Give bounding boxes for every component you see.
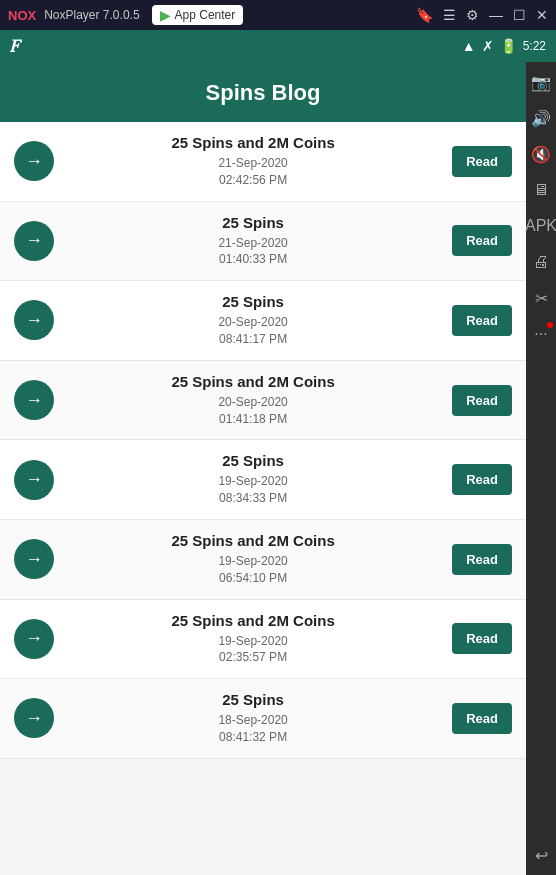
arrow-circle-button[interactable]: → <box>14 698 54 738</box>
blog-list-item: → 25 Spins and 2M Coins 20-Sep-202001:41… <box>0 361 526 441</box>
blog-list: → 25 Spins and 2M Coins 21-Sep-202002:42… <box>0 122 526 759</box>
blog-list-item: → 25 Spins 20-Sep-202008:41:17 PM Read <box>0 281 526 361</box>
more-options-icon[interactable]: ··· <box>529 322 553 346</box>
time-display: 5:22 <box>523 39 546 53</box>
read-button[interactable]: Read <box>452 305 512 336</box>
blog-item-date: 20-Sep-202008:41:17 PM <box>68 314 438 348</box>
read-button[interactable]: Read <box>452 703 512 734</box>
arrow-right-icon: → <box>25 310 43 331</box>
status-bar-right: ▲ ✗ 🔋 5:22 <box>462 38 546 54</box>
read-button[interactable]: Read <box>452 623 512 654</box>
nox-logo: NOX <box>8 8 36 23</box>
blog-item-info: 25 Spins and 2M Coins 21-Sep-202002:42:5… <box>68 134 438 189</box>
blog-item-info: 25 Spins and 2M Coins 19-Sep-202006:54:1… <box>68 532 438 587</box>
blog-list-item: → 25 Spins and 2M Coins 19-Sep-202006:54… <box>0 520 526 600</box>
sim-icon: ✗ <box>482 38 494 54</box>
blog-list-item: → 25 Spins and 2M Coins 19-Sep-202002:35… <box>0 600 526 680</box>
blog-item-date: 19-Sep-202002:35:57 PM <box>68 633 438 667</box>
settings-icon[interactable]: ⚙ <box>466 7 479 23</box>
maximize-button[interactable]: ☐ <box>513 7 526 23</box>
arrow-right-icon: → <box>25 151 43 172</box>
arrow-circle-button[interactable]: → <box>14 460 54 500</box>
arrow-right-icon: → <box>25 230 43 251</box>
blog-title: Spins Blog <box>206 80 321 105</box>
blog-item-title: 25 Spins <box>68 452 438 469</box>
arrow-circle-button[interactable]: → <box>14 300 54 340</box>
blog-item-info: 25 Spins and 2M Coins 20-Sep-202001:41:1… <box>68 373 438 428</box>
battery-icon: 🔋 <box>500 38 517 54</box>
app-center-label: App Center <box>175 8 236 22</box>
arrow-right-icon: → <box>25 708 43 729</box>
arrow-right-icon: → <box>25 469 43 490</box>
blog-item-title: 25 Spins and 2M Coins <box>68 532 438 549</box>
main-content: Spins Blog → 25 Spins and 2M Coins 21-Se… <box>0 62 526 875</box>
arrow-right-icon: → <box>25 628 43 649</box>
minimize-button[interactable]: — <box>489 7 503 23</box>
blog-item-date: 19-Sep-202008:34:33 PM <box>68 473 438 507</box>
read-button[interactable]: Read <box>452 385 512 416</box>
brand-logo-icon: 𝐹 <box>10 36 21 57</box>
display-icon[interactable]: 🖥 <box>529 178 553 202</box>
blog-item-info: 25 Spins 18-Sep-202008:41:32 PM <box>68 691 438 746</box>
blog-item-title: 25 Spins and 2M Coins <box>68 612 438 629</box>
blog-list-item: → 25 Spins 21-Sep-202001:40:33 PM Read <box>0 202 526 282</box>
blog-item-title: 25 Spins <box>68 293 438 310</box>
blog-item-title: 25 Spins <box>68 214 438 231</box>
blog-item-title: 25 Spins and 2M Coins <box>68 134 438 151</box>
arrow-circle-button[interactable]: → <box>14 221 54 261</box>
blog-item-info: 25 Spins 20-Sep-202008:41:17 PM <box>68 293 438 348</box>
back-icon[interactable]: ↩ <box>529 843 553 867</box>
scissors-icon[interactable]: ✂ <box>529 286 553 310</box>
screenshot-icon[interactable]: 📷 <box>529 70 553 94</box>
bookmark-icon[interactable]: 🔖 <box>416 7 433 23</box>
close-button[interactable]: ✕ <box>536 7 548 23</box>
read-button[interactable]: Read <box>452 225 512 256</box>
arrow-circle-button[interactable]: → <box>14 539 54 579</box>
app-center-button[interactable]: ▶ App Center <box>152 5 244 25</box>
blog-list-item: → 25 Spins and 2M Coins 21-Sep-202002:42… <box>0 122 526 202</box>
hamburger-icon[interactable]: ☰ <box>443 7 456 23</box>
print-icon[interactable]: 🖨 <box>529 250 553 274</box>
title-bar: NOX NoxPlayer 7.0.0.5 ▶ App Center 🔖 ☰ ⚙… <box>0 0 556 30</box>
blog-header: Spins Blog <box>0 62 526 122</box>
blog-item-info: 25 Spins 19-Sep-202008:34:33 PM <box>68 452 438 507</box>
read-button[interactable]: Read <box>452 146 512 177</box>
status-bar: 𝐹 ▲ ✗ 🔋 5:22 <box>0 30 556 62</box>
blog-item-info: 25 Spins 21-Sep-202001:40:33 PM <box>68 214 438 269</box>
sidebar-bottom: ↩ <box>529 843 553 867</box>
wifi-icon: ▲ <box>462 38 476 54</box>
arrow-circle-button[interactable]: → <box>14 619 54 659</box>
blog-item-info: 25 Spins and 2M Coins 19-Sep-202002:35:5… <box>68 612 438 667</box>
blog-item-title: 25 Spins <box>68 691 438 708</box>
blog-item-date: 21-Sep-202001:40:33 PM <box>68 235 438 269</box>
play-store-icon: ▶ <box>160 7 171 23</box>
blog-list-item: → 25 Spins 18-Sep-202008:41:32 PM Read <box>0 679 526 759</box>
blog-item-date: 21-Sep-202002:42:56 PM <box>68 155 438 189</box>
blog-item-date: 18-Sep-202008:41:32 PM <box>68 712 438 746</box>
blog-list-item: → 25 Spins 19-Sep-202008:34:33 PM Read <box>0 440 526 520</box>
window-controls: 🔖 ☰ ⚙ — ☐ ✕ <box>416 7 548 23</box>
right-sidebar: 📷 🔊 🔇 🖥 APK 🖨 ✂ ··· ↩ <box>526 62 556 875</box>
read-button[interactable]: Read <box>452 544 512 575</box>
blog-item-title: 25 Spins and 2M Coins <box>68 373 438 390</box>
app-name-label: NoxPlayer 7.0.0.5 <box>44 8 139 22</box>
arrow-right-icon: → <box>25 390 43 411</box>
blog-item-date: 19-Sep-202006:54:10 PM <box>68 553 438 587</box>
volume-up-icon[interactable]: 🔊 <box>529 106 553 130</box>
status-bar-left: 𝐹 <box>10 36 21 57</box>
blog-item-date: 20-Sep-202001:41:18 PM <box>68 394 438 428</box>
read-button[interactable]: Read <box>452 464 512 495</box>
arrow-circle-button[interactable]: → <box>14 380 54 420</box>
arrow-right-icon: → <box>25 549 43 570</box>
apk-icon[interactable]: APK <box>529 214 553 238</box>
volume-mute-icon[interactable]: 🔇 <box>529 142 553 166</box>
arrow-circle-button[interactable]: → <box>14 141 54 181</box>
